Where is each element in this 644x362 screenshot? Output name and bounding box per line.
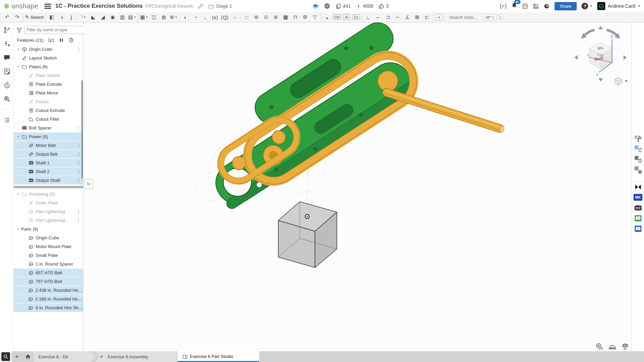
feature-row-origin-cube[interactable]: ›Origin Cube⋮ — [14, 45, 83, 53]
rotate-right-arrow[interactable] — [623, 55, 627, 60]
feature-row-layout-sketch[interactable]: Layout Sketch — [14, 53, 83, 62]
sheet-metal-tool[interactable]: SM — [332, 13, 342, 22]
feature-row-outer-plate[interactable]: Outer Plate — [14, 198, 83, 207]
outline-icon[interactable] — [3, 116, 11, 124]
sketch-tool[interactable]: ✎Sketch — [24, 13, 44, 22]
comments-icon[interactable] — [3, 53, 11, 62]
bend-tool[interactable]: ⌐ — [373, 13, 383, 22]
feature-row-motor-mount-plate[interactable]: Motor Mount Plate — [14, 242, 83, 251]
hole-tool[interactable]: ◉ — [108, 13, 117, 22]
feature-menu-dots[interactable]: ⋮ — [76, 47, 81, 52]
feature-menu-dots[interactable]: ⋮ — [76, 143, 81, 148]
feature-row-plate-sketch[interactable]: Plate Sketch — [14, 71, 83, 80]
filter-icon[interactable] — [16, 27, 22, 33]
versions-graph-icon[interactable] — [3, 26, 11, 34]
tasks-icon[interactable] — [522, 3, 528, 9]
help-menu[interactable]: ? ▼ — [581, 3, 593, 9]
feature-row-plate-mirror[interactable]: Plate Mirror — [14, 88, 83, 97]
modify-fillet-tool[interactable]: ◟ — [200, 13, 210, 22]
public-globe-icon[interactable] — [324, 3, 330, 9]
feature-row-output-shaft[interactable]: Output Shaft⋮ — [14, 176, 83, 185]
feature-row-plates-6[interactable]: ›Plates (6) — [14, 62, 83, 71]
robot-app-icon[interactable] — [632, 202, 644, 213]
primitive-tool[interactable]: □ — [242, 13, 251, 22]
feature-row-shaft-1[interactable]: Shaft 1⋮ — [14, 158, 83, 167]
tree-scrollbar[interactable] — [81, 80, 83, 178]
rotate-left-arrow[interactable] — [574, 55, 578, 60]
chamfer-tool[interactable]: ◣ — [88, 13, 98, 22]
rotate-down-arrow[interactable] — [598, 78, 603, 82]
feature-menu-dots[interactable]: ⋮ — [76, 152, 81, 157]
model-search-icon[interactable] — [3, 95, 11, 103]
variable-tool[interactable]: (x) — [210, 13, 220, 22]
feature-row-cutout[interactable]: Cutout — [14, 97, 83, 106]
extrude-tool[interactable]: ◧ — [47, 13, 57, 22]
thicken-tool[interactable]: ▤▼ — [127, 13, 137, 22]
feature-row-part-lightening[interactable]: Part Lightening...⋮ — [14, 216, 83, 225]
expander-icon[interactable]: › — [16, 226, 21, 232]
feature-row-bolt-spacer[interactable]: Bolt Spacer⋮ — [14, 123, 83, 132]
feature-list-popout-button[interactable] — [84, 179, 93, 189]
fillet-tool[interactable]: ◝▼ — [78, 13, 88, 22]
transform-tool[interactable]: ⊕▼ — [169, 13, 178, 22]
convert-tool[interactable]: ⊠ — [412, 13, 422, 22]
ai-badge-tool[interactable]: Ai — [342, 13, 351, 22]
display-states-cube-icon[interactable] — [632, 154, 644, 164]
ai-assistant-icon[interactable] — [544, 3, 550, 9]
app-store-icon[interactable] — [533, 3, 539, 9]
feature-menu-dots[interactable]: ⋮ — [76, 178, 81, 183]
link-icon[interactable] — [197, 3, 203, 9]
feature-row-origin-cube[interactable]: Origin Cube — [14, 233, 83, 242]
expander-icon[interactable]: › — [16, 134, 21, 139]
belt-tool[interactable]: ⊚ — [251, 13, 261, 22]
feature-menu-dots[interactable]: ⋮ — [76, 169, 81, 174]
notifications-bell-icon[interactable]: 9+ — [511, 2, 517, 10]
exploded-view-tool[interactable]: ∴ — [229, 13, 239, 22]
copies-stat[interactable]: 441 — [335, 3, 351, 9]
isometric-view-button[interactable] — [615, 78, 628, 85]
appearance-panel-icon[interactable] — [632, 133, 644, 144]
onshape-logo[interactable]: onshape — [3, 2, 38, 10]
tab-exercise-6-dir[interactable]: Exercise 6 - Dir — [34, 351, 95, 362]
release-notes-icon[interactable] — [3, 67, 11, 75]
undo-tool[interactable]: ↶ — [2, 13, 12, 22]
workspace-breadcrumb[interactable]: Stage 1 — [208, 3, 232, 9]
likes-stat[interactable]: 3 — [379, 3, 389, 9]
follow-version-icon[interactable] — [3, 40, 11, 48]
feature-row-plate-extrude[interactable]: Plate Extrude — [14, 80, 83, 88]
mass-properties-icon[interactable] — [621, 343, 629, 350]
corner-tool[interactable]: ∠ — [402, 13, 412, 22]
tab-exercise-6-assembly[interactable]: Exercise 6 Assembly — [96, 351, 177, 362]
jog-tool[interactable]: ∽ — [393, 13, 402, 22]
suppress-pause-icon[interactable] — [59, 38, 64, 43]
search-tools-input[interactable] — [449, 14, 482, 20]
feature-menu-dots[interactable]: ⋮ — [76, 125, 81, 130]
feature-menu-dots[interactable]: ⋮ — [76, 160, 81, 165]
feature-menu-dots[interactable]: ⋮ — [76, 218, 81, 223]
frame-tool[interactable]: ⊓ — [290, 13, 300, 22]
versions-stat[interactable]: 4008 — [356, 3, 373, 9]
joggle-tool[interactable]: ⊏ — [422, 13, 432, 22]
chain-tool[interactable]: ⊙ — [261, 13, 271, 22]
linear-pattern-tool[interactable]: ▦▼ — [139, 13, 149, 22]
regenerate-timer-icon[interactable] — [68, 37, 74, 43]
new-folder-icon[interactable] — [48, 37, 54, 43]
view-cube[interactable]: Top Back Left Z X Y — [571, 25, 630, 90]
protractor-icon[interactable] — [609, 343, 616, 350]
feature-row-cutout-fillet[interactable]: Cutout Fillet — [14, 115, 83, 123]
feature-row-65t-htd-belt[interactable]: 65T HTD Belt — [14, 268, 83, 277]
feature-row-small-plate[interactable]: Small Plate — [14, 251, 83, 259]
feature-row-2-188-in-rounded-hex[interactable]: 2.188 in. Rounded Hex ... — [14, 294, 83, 303]
hem-tool[interactable]: ⊐ — [383, 13, 393, 22]
feature-row-cutout-extrude[interactable]: Cutout Extrude — [14, 106, 83, 115]
circular-pattern-tool[interactable]: ◍ — [159, 13, 169, 22]
graphics-viewport[interactable]: Top Back Left Z X Y — [83, 23, 632, 351]
ds-badge-tool[interactable]: Ds — [351, 13, 361, 22]
tape-measure-icon[interactable] — [596, 343, 603, 350]
feature-row-75t-htd-belt[interactable]: 75T HTD Belt — [14, 277, 83, 286]
main-menu-icon[interactable] — [44, 4, 51, 9]
view-menu-caret[interactable] — [625, 80, 628, 82]
draft-tool[interactable]: ◢ — [98, 13, 108, 22]
rotate-ccw-arrow[interactable] — [584, 30, 595, 35]
blue-book-app-icon[interactable] — [632, 223, 644, 234]
